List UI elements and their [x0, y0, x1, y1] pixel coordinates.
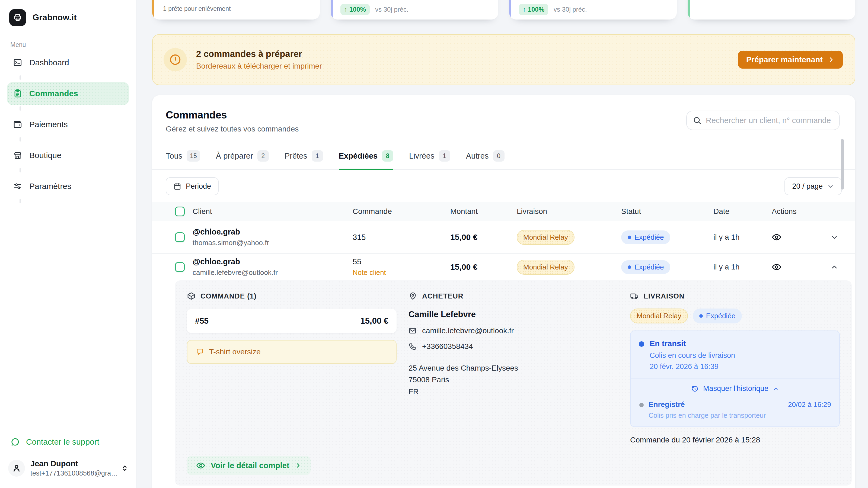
tracking-dot	[639, 341, 644, 347]
orders-panel: Commandes Gérez et suivez toutes vos com…	[152, 95, 855, 488]
page-size-label: 20 / page	[792, 182, 823, 191]
history-dot	[639, 403, 644, 407]
contact-support-label: Contacter le support	[26, 437, 99, 447]
avatar	[8, 460, 25, 477]
client-email: thomas.simon@yahoo.fr	[193, 238, 352, 247]
tracking-box: En transit Colis en cours de livraison 2…	[630, 330, 840, 427]
history-event-date: 20/02 à 16:29	[788, 400, 831, 409]
tab-label: Expédiées	[339, 152, 378, 161]
period-filter-button[interactable]: Periode	[166, 177, 219, 195]
orders-table: Client Commande Montant Livraison Statut…	[152, 202, 855, 488]
livraison-header-label: LIVRAISON	[644, 292, 685, 300]
toggle-history-link[interactable]: Masquer l'historique	[639, 384, 831, 393]
tab-expediees[interactable]: Expédiées 8	[339, 150, 393, 170]
tracking-date: 20 févr. 2026 à 16:39	[650, 362, 735, 371]
col-client: Client	[193, 207, 352, 216]
contact-support-link[interactable]: Contacter le support	[7, 437, 129, 447]
tab-livrees[interactable]: Livrées 1	[409, 150, 450, 170]
order-amount: 15,00 €	[450, 262, 517, 272]
buyer-name: Camille Lefebvre	[408, 310, 618, 319]
collapse-row-chevron[interactable]	[830, 263, 844, 271]
nav-tick	[20, 106, 21, 110]
client-email: camille.lefebvre@outlook.fr	[193, 268, 352, 277]
chevron-up-icon	[773, 386, 779, 392]
vertical-scrollbar[interactable]	[841, 139, 844, 190]
status-label: Expédiée	[634, 263, 664, 271]
sidebar-item-parametres[interactable]: Paramètres	[7, 175, 129, 198]
view-order-button[interactable]	[772, 232, 784, 242]
select-all-checkbox[interactable]	[175, 206, 185, 216]
history-clock-icon	[691, 385, 699, 393]
chevron-right-icon	[828, 56, 835, 63]
carrier-badge: Mondial Relay	[517, 260, 575, 274]
search-input[interactable]	[686, 110, 840, 130]
carrier-badge: Mondial Relay	[630, 308, 688, 323]
client-note-link[interactable]: Note client	[352, 268, 450, 277]
sidebar-item-boutique[interactable]: Boutique	[7, 144, 129, 167]
main-content: 1 prête pour enlèvement ↑ 100% vs 30j pr…	[136, 0, 868, 488]
table-row[interactable]: @chloe.grab thomas.simon@yahoo.fr 315 15…	[152, 221, 855, 254]
stat-card-4	[688, 0, 855, 20]
table-header: Client Commande Montant Livraison Statut…	[152, 202, 855, 221]
eye-icon	[196, 461, 205, 470]
acheteur-header-label: ACHETEUR	[422, 292, 463, 300]
stat-bottom: ↑ 100% vs 30j préc.	[340, 4, 408, 15]
row-checkbox[interactable]	[175, 262, 185, 272]
status-dot	[628, 236, 631, 239]
printer-icon	[13, 13, 22, 22]
expand-row-chevron[interactable]	[830, 233, 844, 241]
delta-badge: ↑ 100%	[519, 4, 548, 15]
prepare-now-button[interactable]: Préparer maintenant	[738, 51, 843, 69]
tab-count-badge: 15	[187, 150, 200, 162]
brand-name: Grabnow.it	[33, 13, 77, 23]
client-cell: @chloe.grab camille.lefebvre@outlook.fr	[193, 257, 352, 277]
view-order-button[interactable]	[772, 262, 784, 272]
tab-tous[interactable]: Tous 15	[166, 150, 200, 170]
order-amount: 15,00 €	[450, 233, 517, 242]
row-checkbox[interactable]	[175, 232, 185, 242]
tab-autres[interactable]: Autres 0	[466, 150, 504, 170]
status-label: Expédiée	[634, 233, 664, 241]
alert-circle-icon	[163, 48, 187, 71]
status-label: Expédiée	[706, 312, 735, 320]
sidebar-item-label: Dashboard	[29, 58, 69, 67]
history-event-desc: Colis pris en charge par le transporteur	[639, 412, 831, 419]
sidebar-item-paiements[interactable]: Paiements	[7, 113, 129, 136]
order-number: 315	[352, 233, 450, 242]
order-date: il y a 1h	[713, 233, 772, 241]
acheteur-header: ACHETEUR	[408, 292, 618, 300]
history-event-label: Enregistré	[649, 400, 685, 409]
tab-pretes[interactable]: Prêtes 1	[284, 150, 323, 170]
col-livraison: Livraison	[517, 207, 621, 216]
package-icon	[187, 292, 195, 300]
chevron-right-icon	[295, 462, 301, 469]
client-handle: @chloe.grab	[193, 227, 352, 236]
phone-icon	[408, 343, 416, 351]
sidebar: Grabnow.it Menu Dashboard Commandes Paie…	[0, 0, 136, 488]
stat-card-2: ↑ 100% vs 30j préc.	[331, 0, 498, 20]
user-menu[interactable]: Jean Dupont test+1771361008568@gra…	[7, 459, 129, 477]
card-accent	[509, 0, 511, 20]
map-pin-icon	[408, 292, 417, 300]
card-accent	[688, 0, 690, 20]
table-row-expanded[interactable]: @chloe.grab camille.lefebvre@outlook.fr …	[152, 254, 855, 280]
livraison-header: LIVRAISON	[630, 292, 840, 300]
tab-a-preparer[interactable]: À préparer 2	[216, 150, 269, 170]
tab-label: Livrées	[409, 152, 435, 161]
sidebar-item-label: Boutique	[29, 151, 61, 160]
page-size-select[interactable]: 20 / page	[784, 177, 842, 195]
prepare-now-label: Préparer maintenant	[746, 55, 823, 64]
sidebar-item-dashboard[interactable]: Dashboard	[7, 51, 129, 74]
tab-label: Prêtes	[284, 152, 307, 161]
period-label: Periode	[186, 182, 211, 191]
alert-texts: 2 commandes à préparer Bordereaux à télé…	[196, 49, 322, 70]
col-date: Date	[713, 207, 772, 216]
stat-bottom: ↑ 100% vs 30j préc.	[519, 4, 587, 15]
calendar-icon	[173, 182, 182, 190]
brand: Grabnow.it	[7, 9, 129, 26]
sidebar-item-commandes[interactable]: Commandes	[7, 82, 129, 105]
view-full-detail-button[interactable]: Voir le détail complet	[187, 456, 311, 475]
col-commande: Commande	[352, 207, 450, 216]
stat-note: 1 prête pour enlèvement	[163, 5, 230, 12]
buyer-phone: +33660358434	[422, 342, 473, 351]
